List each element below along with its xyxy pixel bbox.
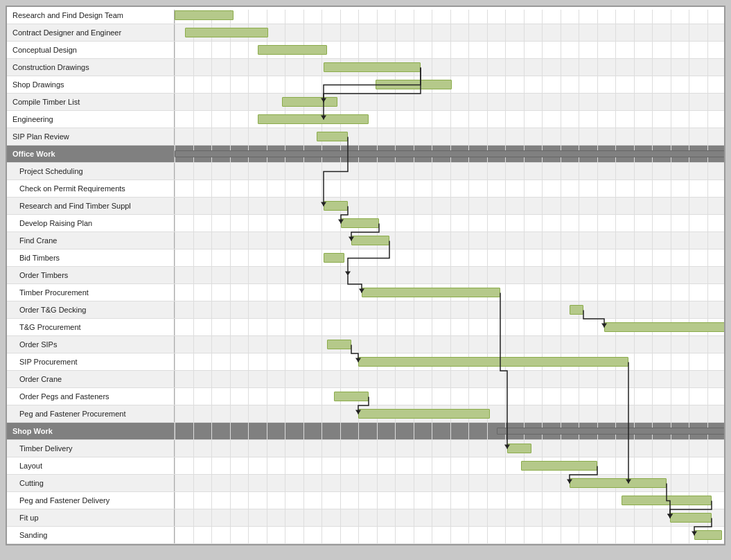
task-bar-22 xyxy=(334,392,369,401)
task-row-20: SIP Procurement xyxy=(7,353,724,371)
task-row-19: Order SIPs xyxy=(7,336,724,353)
chart-area-5 xyxy=(175,94,724,110)
task-row-23: Peg and Fastener Procurement xyxy=(7,405,724,423)
task-row-15: Order Timbers xyxy=(7,267,724,284)
task-row-25: Timber Delivery xyxy=(7,440,724,457)
task-label-26: Layout xyxy=(7,457,175,474)
task-row-13: Find Crane xyxy=(7,232,724,250)
chart-area-26 xyxy=(175,457,724,474)
task-row-30: Sanding xyxy=(7,527,724,544)
task-row-2: Conceptual Design xyxy=(7,42,724,59)
task-row-6: Engineering xyxy=(7,111,724,128)
task-label-20: SIP Procurement xyxy=(7,353,175,370)
task-row-16: Timber Procurement xyxy=(7,284,724,301)
task-bar-29 xyxy=(670,513,712,523)
task-bar-19 xyxy=(327,340,351,349)
task-row-4: Shop Drawings xyxy=(7,76,724,94)
task-label-11: Research and Find Timber Suppl xyxy=(7,198,175,214)
task-row-24: Shop Work xyxy=(7,423,724,440)
chart-area-24 xyxy=(175,423,724,439)
task-bar-12 xyxy=(341,218,379,228)
task-label-10: Check on Permit Requirements xyxy=(7,180,175,197)
task-row-28: Peg and Fastener Delivery xyxy=(7,492,724,509)
chart-area-14 xyxy=(175,250,724,266)
task-label-3: Construction Drawings xyxy=(7,59,175,76)
task-bar-14 xyxy=(324,253,344,263)
chart-area-17 xyxy=(175,301,724,318)
task-label-14: Bid Timbers xyxy=(7,250,175,266)
task-row-17: Order T&G Decking xyxy=(7,301,724,319)
chart-area-15 xyxy=(175,267,724,283)
task-label-21: Order Crane xyxy=(7,371,175,387)
chart-area-1 xyxy=(175,24,724,41)
task-label-17: Order T&G Decking xyxy=(7,301,175,318)
task-bar-7 xyxy=(317,132,348,141)
chart-area-30 xyxy=(175,527,724,543)
task-label-22: Order Pegs and Fasteners xyxy=(7,388,175,405)
chart-area-7 xyxy=(175,128,724,145)
chart-area-10 xyxy=(175,180,724,197)
chart-area-11 xyxy=(175,198,724,214)
task-bar-0 xyxy=(175,10,234,20)
task-row-10: Check on Permit Requirements xyxy=(7,180,724,198)
task-bar-11 xyxy=(324,201,348,211)
task-label-2: Conceptual Design xyxy=(7,42,175,58)
task-row-29: Fit up xyxy=(7,509,724,527)
task-bar-13 xyxy=(351,236,389,245)
chart-area-21 xyxy=(175,371,724,387)
task-bar-23 xyxy=(358,409,490,419)
chart-area-12 xyxy=(175,215,724,231)
chart-area-8 xyxy=(175,146,724,162)
task-label-0: Research and Find Design Team xyxy=(7,7,175,24)
chart-area-19 xyxy=(175,336,724,353)
task-label-29: Fit up xyxy=(7,509,175,526)
task-row-27: Cutting xyxy=(7,475,724,492)
task-label-6: Engineering xyxy=(7,111,175,128)
task-label-7: SIP Plan Review xyxy=(7,128,175,145)
task-row-3: Construction Drawings xyxy=(7,59,724,76)
task-label-4: Shop Drawings xyxy=(7,76,175,93)
task-label-23: Peg and Fastener Procurement xyxy=(7,405,175,422)
chart-area-6 xyxy=(175,111,724,128)
task-label-28: Peg and Fastener Delivery xyxy=(7,492,175,509)
task-row-21: Order Crane xyxy=(7,371,724,388)
chart-area-22 xyxy=(175,388,724,405)
task-bar-16 xyxy=(362,288,500,297)
task-row-1: Contract Designer and Engineer xyxy=(7,24,724,42)
chart-area-13 xyxy=(175,232,724,249)
chart-area-9 xyxy=(175,163,724,180)
task-bar-26 xyxy=(521,461,597,471)
task-bar-4 xyxy=(376,80,452,89)
task-label-27: Cutting xyxy=(7,475,175,491)
task-label-13: Find Crane xyxy=(7,232,175,249)
chart-area-2 xyxy=(175,42,724,58)
task-bar-6 xyxy=(258,114,369,124)
chart-area-0 xyxy=(175,7,724,24)
task-bar-24 xyxy=(497,428,724,435)
task-label-12: Develop Raising Plan xyxy=(7,215,175,231)
task-bar-20 xyxy=(358,357,628,367)
gantt-container: Research and Find Design TeamContract De… xyxy=(6,6,725,545)
task-row-18: T&G Procurement xyxy=(7,319,724,336)
task-bar-28 xyxy=(622,496,712,505)
task-bar-17 xyxy=(570,305,583,315)
chart-area-29 xyxy=(175,509,724,526)
chart-area-16 xyxy=(175,284,724,301)
task-row-22: Order Pegs and Fasteners xyxy=(7,388,724,405)
task-label-9: Project Scheduling xyxy=(7,163,175,180)
task-row-26: Layout xyxy=(7,457,724,475)
task-label-16: Timber Procurement xyxy=(7,284,175,301)
chart-area-4 xyxy=(175,76,724,93)
task-bar-25 xyxy=(507,444,531,453)
task-row-9: Project Scheduling xyxy=(7,163,724,180)
task-row-5: Compile Timber List xyxy=(7,94,724,111)
task-bar-1 xyxy=(185,28,268,37)
task-bar-18 xyxy=(604,322,724,332)
task-bar-8 xyxy=(175,150,724,157)
chart-area-27 xyxy=(175,475,724,491)
task-label-25: Timber Delivery xyxy=(7,440,175,457)
chart-area-20 xyxy=(175,353,724,370)
task-row-8: Office Work xyxy=(7,146,724,163)
chart-area-3 xyxy=(175,59,724,76)
task-label-30: Sanding xyxy=(7,527,175,543)
